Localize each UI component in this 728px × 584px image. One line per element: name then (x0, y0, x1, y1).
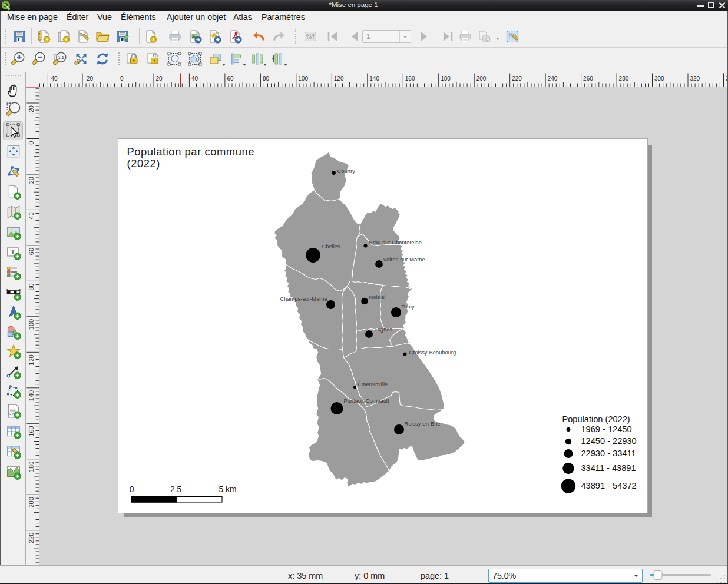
svg-text:40: 40 (28, 212, 35, 219)
svg-text:100: 100 (298, 75, 308, 82)
svg-text:Pontault-Combault: Pontault-Combault (343, 397, 389, 403)
svg-text:Population (2022): Population (2022) (562, 414, 630, 423)
svg-text:0: 0 (129, 485, 134, 493)
svg-text:80: 80 (28, 283, 35, 290)
svg-text:120: 120 (28, 354, 35, 365)
svg-text:220: 220 (28, 533, 35, 543)
svg-text:Champs-sur-Marne: Champs-sur-Marne (280, 296, 327, 301)
svg-text:20: 20 (156, 75, 163, 82)
svg-text:300: 300 (654, 75, 664, 82)
svg-text:60: 60 (28, 248, 35, 255)
svg-text:Chelles: Chelles (322, 243, 340, 249)
svg-text:260: 260 (583, 75, 593, 82)
svg-text:160: 160 (28, 426, 35, 436)
svg-text:120: 120 (334, 75, 344, 82)
svg-text:43891 - 54372: 43891 - 54372 (581, 480, 636, 490)
svg-text:Noisiel: Noisiel (369, 294, 385, 300)
svg-text:Émerainville: Émerainville (358, 381, 388, 387)
svg-text:1969 - 12450: 1969 - 12450 (581, 424, 631, 433)
svg-text:0: 0 (120, 75, 124, 82)
svg-text:-20: -20 (85, 75, 94, 82)
svg-text:5 km: 5 km (219, 485, 236, 493)
svg-text:40: 40 (191, 75, 198, 82)
svg-text:240: 240 (548, 75, 558, 82)
svg-text:140: 140 (28, 390, 35, 401)
svg-text:180: 180 (28, 462, 35, 472)
svg-text:Torcy: Torcy (401, 303, 415, 309)
svg-text:200: 200 (28, 497, 35, 507)
svg-text:22930 - 33411: 22930 - 33411 (581, 448, 636, 457)
svg-text:Vaires-sur-Marne: Vaires-sur-Marne (383, 256, 425, 262)
svg-text:12450 - 22930: 12450 - 22930 (581, 436, 636, 446)
svg-text:Lognes: Lognes (374, 326, 392, 332)
svg-text:220: 220 (512, 75, 522, 82)
svg-text:1:1: 1:1 (58, 55, 64, 60)
svg-text:320: 320 (690, 75, 700, 82)
svg-text:Croissy-Beaubourg: Croissy-Beaubourg (409, 349, 456, 355)
svg-text:280: 280 (619, 75, 629, 82)
svg-text:Courtry: Courtry (337, 168, 355, 174)
svg-text:160: 160 (405, 75, 415, 82)
svg-text:Brou-sur-Chantereine: Brou-sur-Chantereine (369, 239, 421, 245)
svg-text:140: 140 (369, 75, 379, 82)
svg-text:2.5: 2.5 (170, 485, 181, 493)
svg-text:200: 200 (476, 75, 487, 82)
svg-text:33411 - 43891: 33411 - 43891 (581, 463, 636, 472)
svg-text:100: 100 (28, 319, 35, 330)
svg-text:180: 180 (441, 75, 451, 82)
svg-text:-20: -20 (28, 105, 35, 115)
svg-text:-40: -40 (49, 75, 58, 82)
svg-text:20: 20 (28, 177, 35, 184)
svg-text:80: 80 (263, 75, 270, 82)
svg-text:0: 0 (28, 141, 35, 145)
svg-text:60: 60 (227, 75, 234, 82)
svg-text:Roissy-en-Brie: Roissy-en-Brie (404, 420, 440, 426)
